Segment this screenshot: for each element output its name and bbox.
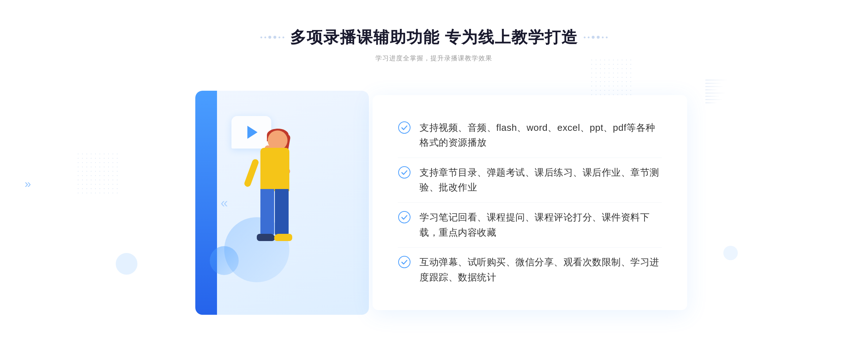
deco-line-1 [705,80,727,81]
dot-9 [592,36,595,39]
content-section: « [181,80,687,326]
card-chevrons-decoration: « [221,196,225,211]
blue-sidebar-decoration [195,91,217,315]
dot-4 [273,36,276,39]
feature-text-3: 学习笔记回看、课程提问、课程评论打分、课件资料下载，重点内容收藏 [420,210,662,240]
dot-5 [278,37,280,38]
dot-2 [264,37,266,38]
feature-item-1: 支持视频、音频、flash、word、excel、ppt、pdf等各种格式的资源… [398,113,662,158]
svg-point-0 [399,122,410,133]
dot-8 [588,37,590,38]
dot-10 [597,36,600,39]
dot-1 [260,37,262,38]
svg-point-1 [399,167,410,178]
person-body [260,148,289,191]
title-decoration-right [584,36,608,39]
svg-point-2 [399,211,410,223]
dot-6 [282,37,284,38]
person-illustration [239,130,311,318]
deco-line-8 [705,102,717,103]
check-circle-icon-2 [398,166,411,179]
feature-item-4: 互动弹幕、试听购买、微信分享、观看次数限制、学习进度跟踪、数据统计 [398,248,662,292]
title-decoration-left [260,36,284,39]
dot-pattern-left [76,152,119,195]
dot-7 [584,37,586,38]
feature-text-4: 互动弹幕、试听购买、微信分享、观看次数限制、学习进度跟踪、数据统计 [420,255,662,285]
illustration-container: « [181,80,383,326]
check-circle-icon-3 [398,211,411,224]
deco-lines-right [705,80,727,108]
main-title: 多项录播课辅助功能 专为线上教学打造 [290,27,578,48]
feature-item-3: 学习笔记回看、课程提问、课程评论打分、课件资料下载，重点内容收藏 [398,203,662,248]
page-container: » 多项录播课辅助功能 专为线上教学打造 学习进度全掌握，提升录播课教学效 [0,0,868,352]
deco-line-6 [705,96,720,97]
dot-3 [268,36,271,39]
sub-title: 学习进度全掌握，提升录播课教学效果 [260,54,608,63]
person-shoe-left [257,234,275,241]
dot-11 [602,37,604,38]
person-pants-right [275,189,289,236]
check-circle-icon-1 [398,121,411,134]
feature-text-2: 支持章节目录、弹题考试、课后练习、课后作业、章节测验、批改作业 [420,165,662,195]
person-pants-left [260,189,274,236]
person-shoe-right [274,234,292,241]
deco-circle-bottom-right [723,246,738,260]
features-panel: 支持视频、音频、flash、word、excel、ppt、pdf等各种格式的资源… [373,95,687,310]
deco-line-4 [705,89,718,90]
dot-12 [606,37,608,38]
check-circle-icon-4 [398,256,411,269]
person-arm-left [243,158,259,187]
svg-point-3 [399,256,410,268]
header-title-row: 多项录播课辅助功能 专为线上教学打造 [260,27,608,48]
deco-line-2 [705,83,722,84]
deco-circle-bottom-left [116,253,137,275]
feature-text-1: 支持视频、音频、flash、word、excel、ppt、pdf等各种格式的资源… [420,120,662,150]
header-section: 多项录播课辅助功能 专为线上教学打造 学习进度全掌握，提升录播课教学效果 [260,27,608,63]
deco-circle-medium [210,246,239,275]
feature-item-2: 支持章节目录、弹题考试、课后练习、课后作业、章节测验、批改作业 [398,158,662,203]
deco-line-5 [705,93,725,94]
deco-line-3 [705,86,723,87]
chevron-left-icon: » [25,177,31,190]
deco-line-7 [705,99,723,100]
